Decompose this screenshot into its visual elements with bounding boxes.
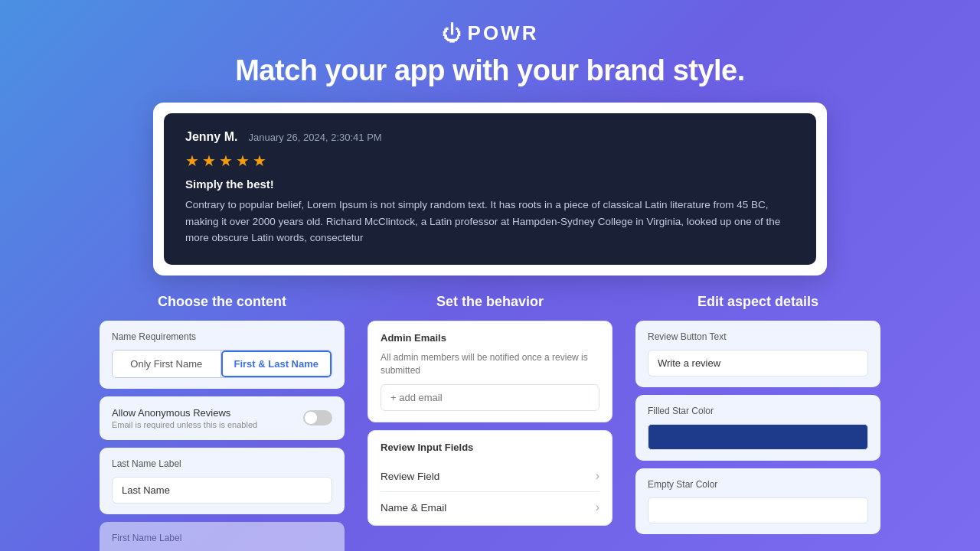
empty-star-color-swatch[interactable] [648, 497, 868, 523]
review-title: Simply the best! [185, 178, 795, 191]
review-card: Jenny M. January 26, 2024, 2:30:41 PM ★ … [164, 113, 816, 265]
name-email-row[interactable]: Name & Email › [381, 492, 599, 514]
allow-anonymous-toggle[interactable] [303, 410, 332, 425]
name-requirements-panel: Name Requirements Only First Name First … [100, 321, 345, 389]
logo-area: ⏻ POWR [0, 21, 980, 45]
admin-emails-label: Admin Emails [381, 332, 599, 344]
review-body: Contrary to popular belief, Lorem Ipsum … [185, 197, 795, 246]
star-2: ★ [202, 152, 216, 170]
last-name-input[interactable] [112, 477, 332, 504]
filled-star-color-label: Filled Star Color [648, 406, 868, 416]
last-name-label: Last Name Label [112, 458, 332, 469]
review-input-fields-panel: Review Input Fields Review Field › Name … [368, 430, 612, 526]
bottom-sections: Choose the content Name Requirements Onl… [0, 294, 980, 551]
review-field-row[interactable]: Review Field › [381, 461, 599, 492]
admin-email-input[interactable] [381, 384, 599, 411]
review-input-fields-label: Review Input Fields [381, 442, 599, 453]
section-content-title: Choose the content [100, 294, 345, 310]
name-email-label: Name & Email [381, 502, 446, 514]
header: ⏻ POWR Match your app with your brand st… [0, 0, 980, 103]
allow-anonymous-row: Allow Anonymous Reviews Email is require… [112, 407, 332, 429]
chevron-right-icon-2: › [596, 500, 599, 514]
review-field-label: Review Field [381, 471, 439, 482]
star-1: ★ [185, 152, 199, 170]
first-last-name-button[interactable]: First & Last Name [221, 350, 332, 377]
allow-anonymous-sublabel: Email is required unless this is enabled [112, 420, 257, 429]
review-date: January 26, 2024, 2:30:41 PM [248, 132, 381, 143]
review-button-text-input[interactable] [648, 350, 868, 377]
headline: Match your app with your brand style. [0, 54, 980, 87]
allow-anonymous-panel: Allow Anonymous Reviews Email is require… [100, 396, 345, 440]
review-button-text-label: Review Button Text [648, 331, 868, 342]
first-name-label: First Name Label [112, 533, 332, 543]
section-behavior: Set the behavior Admin Emails All admin … [368, 294, 612, 551]
stars: ★ ★ ★ ★ ★ [185, 152, 795, 170]
first-name-panel: First Name Label [100, 522, 345, 551]
filled-star-color-swatch[interactable] [648, 424, 868, 450]
star-5: ★ [253, 152, 266, 170]
reviewer-name: Jenny M. [185, 130, 237, 144]
section-behavior-title: Set the behavior [368, 294, 612, 310]
allow-anonymous-label: Allow Anonymous Reviews [112, 407, 257, 419]
preview-wrapper: Jenny M. January 26, 2024, 2:30:41 PM ★ … [153, 103, 827, 276]
review-header: Jenny M. January 26, 2024, 2:30:41 PM [185, 130, 795, 144]
section-content: Choose the content Name Requirements Onl… [100, 294, 345, 551]
allow-anonymous-labels: Allow Anonymous Reviews Email is require… [112, 407, 257, 429]
only-first-name-button[interactable]: Only First Name [113, 350, 221, 377]
empty-star-color-panel: Empty Star Color [635, 468, 880, 534]
name-requirements-label: Name Requirements [112, 331, 332, 342]
filled-star-color-panel: Filled Star Color [635, 395, 880, 461]
star-4: ★ [236, 152, 250, 170]
chevron-right-icon-1: › [596, 469, 599, 483]
name-toggle-group[interactable]: Only First Name First & Last Name [112, 350, 332, 378]
review-button-text-panel: Review Button Text [635, 321, 880, 387]
last-name-panel: Last Name Label [100, 448, 345, 514]
empty-star-color-label: Empty Star Color [648, 479, 868, 490]
powr-icon: ⏻ [442, 21, 462, 45]
section-aspect-title: Edit aspect details [635, 294, 880, 310]
admin-emails-panel: Admin Emails All admin members will be n… [368, 321, 612, 423]
logo-text: POWR [468, 21, 539, 45]
star-3: ★ [219, 152, 233, 170]
admin-emails-desc: All admin members will be notified once … [381, 351, 599, 377]
section-aspect: Edit aspect details Review Button Text F… [635, 294, 880, 551]
